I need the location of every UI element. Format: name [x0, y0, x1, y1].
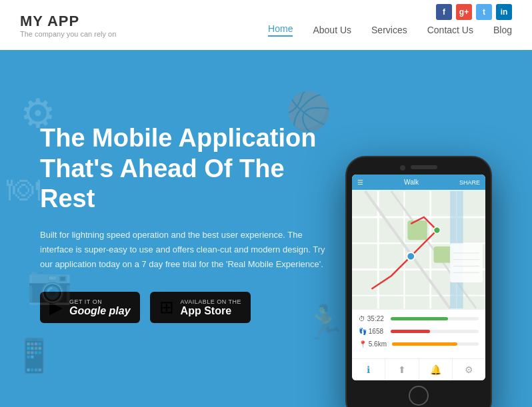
stat-distance-icon: 📍 5.6km [359, 340, 387, 348]
tab-activity[interactable]: ⬆ [385, 359, 419, 380]
phone-screen-header: ☰ Walk SHARE [352, 175, 485, 190]
main-nav: Home About Us Services Contact Us Blog [268, 23, 512, 37]
map-svg [352, 190, 485, 310]
google-play-text: GET IT ON Google play [69, 298, 131, 317]
stat-time-bar-bg [391, 317, 479, 320]
app-store-button[interactable]: ⊞ AVAILABLE ON THE App Store [150, 292, 251, 323]
stat-time-icon: ⏱ 35:22 [359, 315, 385, 322]
header: f g+ t in MY APP The company you can rel… [0, 0, 532, 50]
tab-info[interactable]: ℹ [352, 359, 385, 380]
stat-distance-bar [392, 342, 457, 346]
bg-icon-2: 🍽 [7, 170, 40, 208]
phone-map [352, 190, 485, 310]
app-store-text: AVAILABLE ON THE App Store [181, 298, 242, 317]
facebook-icon[interactable]: f [436, 4, 452, 20]
nav-services[interactable]: Services [371, 25, 407, 35]
phone-stats: ⏱ 35:22 👣 1658 📍 5.6km [352, 310, 485, 358]
logo-title: MY APP [20, 13, 116, 30]
phone-home-button[interactable] [409, 386, 429, 406]
bg-icon-4: 📱 [13, 336, 55, 375]
app-store-large: App Store [181, 305, 242, 317]
hamburger-icon: ☰ [357, 179, 363, 186]
phone-screen: ☰ Walk SHARE [352, 175, 485, 380]
svg-point-14 [407, 252, 415, 260]
hero-content: The Mobile Application That's Ahead Of T… [40, 90, 333, 323]
nav-blog[interactable]: Blog [493, 25, 512, 35]
stat-time: ⏱ 35:22 [359, 315, 479, 322]
social-bar: f g+ t in [436, 0, 512, 24]
app-store-small: AVAILABLE ON THE [181, 298, 242, 305]
phone-tab-bar: ℹ ⬆ 🔔 ⚙ [352, 358, 485, 380]
google-plus-icon[interactable]: g+ [456, 4, 472, 20]
stat-time-bar [391, 317, 448, 320]
phone-speaker [411, 165, 437, 169]
google-play-small: GET IT ON [69, 298, 131, 305]
nav-contact[interactable]: Contact Us [427, 25, 473, 35]
hero-description: Built for lightning speed operation and … [40, 228, 333, 272]
stat-distance-bar-bg [392, 342, 479, 346]
svg-point-15 [434, 227, 441, 234]
logo-subtitle: The company you can rely on [20, 30, 116, 38]
stat-steps-bar [391, 330, 430, 333]
hero-title: The Mobile Application That's Ahead Of T… [40, 123, 333, 214]
phone-top-bar [352, 165, 485, 171]
nav-home[interactable]: Home [268, 23, 293, 37]
phone-device: ☰ Walk SHARE [345, 156, 492, 407]
tab-notifications[interactable]: 🔔 [419, 359, 453, 380]
hero-section: ⚙ 🍽 📷 📱 🏀 🏃 The Mobile Application That'… [0, 50, 532, 407]
stat-steps-bar-bg [391, 330, 479, 333]
phone-camera [400, 165, 405, 171]
screen-title: Walk [404, 179, 419, 186]
tab-settings[interactable]: ⚙ [453, 359, 485, 380]
nav-about[interactable]: About Us [313, 25, 351, 35]
store-buttons: ▶ GET IT ON Google play ⊞ AVAILABLE ON T… [40, 292, 333, 323]
stat-distance: 📍 5.6km [359, 340, 479, 348]
stat-steps: 👣 1658 [359, 328, 479, 335]
google-play-large: Google play [69, 305, 131, 317]
google-play-button[interactable]: ▶ GET IT ON Google play [40, 292, 140, 323]
svg-rect-16 [450, 243, 483, 282]
share-label: SHARE [459, 179, 480, 186]
twitter-icon[interactable]: t [476, 4, 492, 20]
phone-mockup: ☰ Walk SHARE [345, 156, 492, 407]
app-store-icon: ⊞ [159, 297, 174, 318]
logo: MY APP The company you can rely on [20, 13, 116, 38]
google-play-icon: ▶ [49, 297, 63, 318]
svg-rect-11 [407, 220, 427, 240]
stat-steps-icon: 👣 1658 [359, 328, 385, 335]
linkedin-icon[interactable]: in [496, 4, 512, 20]
